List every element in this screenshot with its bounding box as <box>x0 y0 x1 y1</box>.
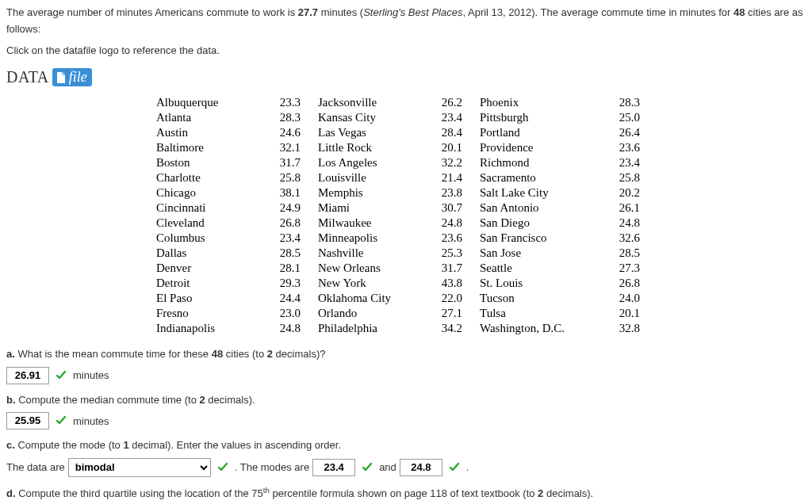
check-icon <box>216 460 230 475</box>
unit-label: minutes <box>73 415 109 427</box>
city-cell: Fresno <box>156 307 259 320</box>
city-cell: Portland <box>480 126 599 139</box>
check-icon <box>54 368 68 383</box>
datafile-badge: file <box>52 68 92 86</box>
city-cell: Nashville <box>318 246 421 260</box>
avg-commute: 27.7 <box>298 6 318 18</box>
table-row: Dallas28.5Nashville25.3San Jose28.5 <box>156 246 656 260</box>
value-cell: 22.0 <box>423 292 478 305</box>
table-row: El Paso24.4Oklahoma City22.0Tucson24.0 <box>156 292 656 305</box>
table-row: Detroit29.3New York43.8St. Louis26.8 <box>156 277 656 290</box>
check-icon <box>360 460 374 475</box>
value-cell: 25.8 <box>261 171 316 185</box>
value-cell: 24.8 <box>423 216 478 230</box>
value-cell: 43.8 <box>423 277 478 290</box>
value-cell: 32.6 <box>600 231 656 245</box>
value-cell: 25.0 <box>600 111 656 124</box>
city-count: 48 <box>733 6 745 18</box>
value-cell: 31.7 <box>423 262 478 275</box>
value-cell: 38.1 <box>261 186 316 200</box>
value-cell: 26.4 <box>600 126 656 139</box>
table-row: Cincinnati24.9Miami30.7San Antonio26.1 <box>156 201 656 215</box>
intro-text: The average number of minutes Americans … <box>6 5 806 38</box>
city-cell: Washington, D.C. <box>480 322 599 335</box>
city-cell: San Antonio <box>480 201 599 215</box>
value-cell: 25.3 <box>423 246 478 260</box>
city-cell: Dallas <box>156 246 259 260</box>
value-cell: 26.8 <box>600 277 656 290</box>
city-cell: Austin <box>156 126 259 139</box>
and-label: and <box>379 461 396 473</box>
value-cell: 23.6 <box>600 141 656 155</box>
modality-select[interactable]: bimodal <box>68 458 211 477</box>
mode2-input[interactable] <box>400 459 442 476</box>
city-cell: Salt Lake City <box>480 186 599 200</box>
city-cell: San Francisco <box>480 231 599 245</box>
source-citation: Sterling's Best Places <box>363 6 462 18</box>
value-cell: 31.7 <box>261 156 316 170</box>
city-cell: Kansas City <box>318 111 421 124</box>
check-icon <box>447 460 462 475</box>
mode1-input[interactable] <box>312 459 355 476</box>
mean-input[interactable] <box>6 367 49 384</box>
table-row: Boston31.7Los Angeles32.2Richmond23.4 <box>156 156 656 170</box>
question-b: b. Compute the median commute time (to 2… <box>6 391 806 409</box>
city-cell: Pittsburgh <box>480 111 599 124</box>
city-cell: Little Rock <box>318 141 421 155</box>
city-cell: Richmond <box>480 156 599 170</box>
city-cell: Denver <box>156 262 259 275</box>
value-cell: 23.4 <box>423 111 478 124</box>
value-cell: 25.8 <box>600 171 656 185</box>
city-cell: Louisville <box>318 171 421 185</box>
city-cell: New York <box>318 277 421 290</box>
question-c: c. Compute the mode (to 1 decimal). Ente… <box>6 436 806 454</box>
table-row: Charlotte25.8Louisville21.4Sacramento25.… <box>156 171 656 185</box>
value-cell: 24.4 <box>261 292 316 305</box>
table-row: Denver28.1New Orleans31.7Seattle27.3 <box>156 262 656 275</box>
table-row: Albuquerque23.3Jacksonville26.2Phoenix28… <box>156 96 656 109</box>
datafile-logo[interactable]: DATA file <box>6 68 92 86</box>
value-cell: 23.6 <box>423 231 478 245</box>
value-cell: 23.4 <box>600 156 656 170</box>
city-cell: Sacramento <box>480 171 599 185</box>
value-cell: 23.3 <box>261 96 316 109</box>
city-cell: Phoenix <box>480 96 599 109</box>
value-cell: 28.5 <box>261 246 316 260</box>
city-cell: Columbus <box>156 231 259 245</box>
city-cell: Detroit <box>156 277 259 290</box>
value-cell: 30.7 <box>423 201 478 215</box>
value-cell: 23.4 <box>261 231 316 245</box>
median-input[interactable] <box>6 412 49 430</box>
city-cell: St. Louis <box>480 277 599 290</box>
value-cell: 26.8 <box>261 216 316 230</box>
city-cell: Atlanta <box>156 111 259 124</box>
city-cell: Las Vegas <box>318 126 421 139</box>
city-cell: Baltimore <box>156 141 259 155</box>
table-row: Columbus23.4Minneapolis23.6San Francisco… <box>156 231 656 245</box>
value-cell: 28.3 <box>600 96 656 109</box>
value-cell: 20.1 <box>600 307 656 320</box>
city-cell: Miami <box>318 201 421 215</box>
value-cell: 32.8 <box>600 322 656 335</box>
datafile-instruction: Click on the datafile logo to reference … <box>6 43 806 59</box>
value-cell: 23.8 <box>423 186 478 200</box>
city-cell: Oklahoma City <box>318 292 421 305</box>
value-cell: 32.2 <box>423 156 478 170</box>
value-cell: 24.8 <box>600 216 656 230</box>
table-row: Austin24.6Las Vegas28.4Portland26.4 <box>156 126 656 139</box>
value-cell: 34.2 <box>423 322 478 335</box>
data-are-label: The data are <box>6 461 65 473</box>
city-cell: Albuquerque <box>156 96 259 109</box>
value-cell: 20.2 <box>600 186 656 200</box>
city-cell: Orlando <box>318 307 421 320</box>
table-row: Fresno23.0Orlando27.1Tulsa20.1 <box>156 307 656 320</box>
value-cell: 28.5 <box>600 246 656 260</box>
table-row: Atlanta28.3Kansas City23.4Pittsburgh25.0 <box>156 111 656 124</box>
table-row: Cleveland26.8Milwaukee24.8San Diego24.8 <box>156 216 656 230</box>
value-cell: 24.8 <box>261 322 316 335</box>
value-cell: 26.1 <box>600 201 656 215</box>
city-cell: Charlotte <box>156 171 259 185</box>
city-cell: El Paso <box>156 292 259 305</box>
city-cell: Los Angeles <box>318 156 421 170</box>
value-cell: 28.1 <box>261 262 316 275</box>
